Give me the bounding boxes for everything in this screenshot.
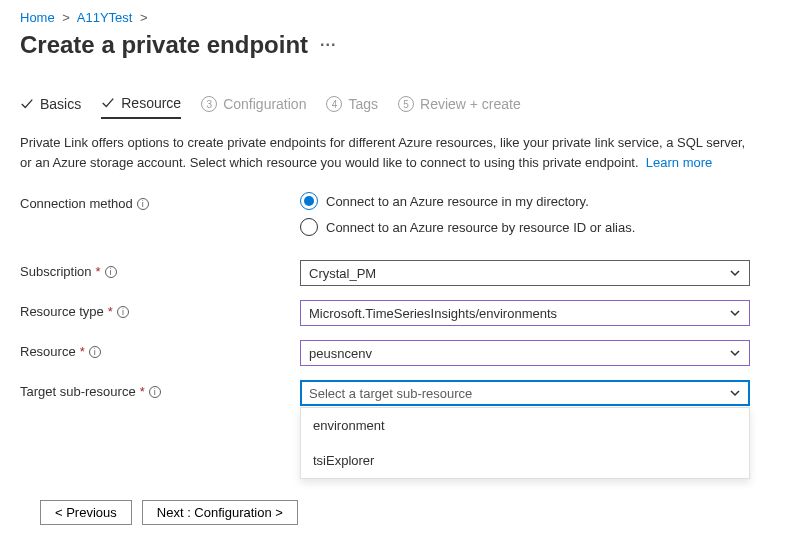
description-text: Private Link offers options to create pr…: [20, 133, 760, 172]
select-value: Microsoft.TimeSeriesInsights/environment…: [309, 306, 729, 321]
chevron-down-icon: [729, 387, 741, 399]
tab-label: Review + create: [420, 96, 521, 112]
connection-method-radio-resourceid[interactable]: Connect to an Azure resource by resource…: [300, 218, 750, 236]
label-text: Target sub-resource: [20, 384, 136, 399]
next-button[interactable]: Next : Configuration >: [142, 500, 298, 525]
info-icon[interactable]: i: [137, 198, 149, 210]
required-indicator: *: [140, 384, 145, 399]
resource-type-select[interactable]: Microsoft.TimeSeriesInsights/environment…: [300, 300, 750, 326]
info-icon[interactable]: i: [89, 346, 101, 358]
label-text: Resource: [20, 344, 76, 359]
learn-more-link[interactable]: Learn more: [646, 155, 712, 170]
breadcrumb-separator: >: [62, 10, 70, 25]
target-sub-resource-dropdown: environment tsiExplorer: [300, 407, 750, 479]
select-value: Crystal_PM: [309, 266, 729, 281]
tab-basics[interactable]: Basics: [20, 90, 81, 118]
dropdown-option-tsiexplorer[interactable]: tsiExplorer: [301, 443, 749, 478]
wizard-footer: < Previous Next : Configuration >: [40, 500, 298, 525]
description-body: Private Link offers options to create pr…: [20, 135, 745, 170]
required-indicator: *: [108, 304, 113, 319]
tab-review-create[interactable]: 5 Review + create: [398, 90, 521, 118]
connection-method-radio-directory[interactable]: Connect to an Azure resource in my direc…: [300, 192, 750, 210]
step-number-icon: 4: [326, 96, 342, 112]
wizard-tabs: Basics Resource 3 Configuration 4 Tags 5…: [20, 89, 771, 119]
breadcrumb: Home > A11YTest >: [20, 10, 771, 25]
tab-resource[interactable]: Resource: [101, 89, 181, 119]
breadcrumb-item[interactable]: A11YTest: [77, 10, 133, 25]
required-indicator: *: [96, 264, 101, 279]
breadcrumb-separator: >: [140, 10, 148, 25]
resource-label: Resource * i: [20, 340, 300, 359]
select-value: peusncenv: [309, 346, 729, 361]
tab-tags[interactable]: 4 Tags: [326, 90, 378, 118]
tab-label: Configuration: [223, 96, 306, 112]
previous-button[interactable]: < Previous: [40, 500, 132, 525]
target-sub-resource-select[interactable]: Select a target sub-resource environment…: [300, 380, 750, 406]
radio-label: Connect to an Azure resource in my direc…: [326, 194, 589, 209]
label-text: Connection method: [20, 196, 133, 211]
step-number-icon: 3: [201, 96, 217, 112]
check-icon: [20, 97, 34, 111]
info-icon[interactable]: i: [105, 266, 117, 278]
subscription-select[interactable]: Crystal_PM: [300, 260, 750, 286]
label-text: Subscription: [20, 264, 92, 279]
connection-method-label: Connection method i: [20, 192, 300, 211]
step-number-icon: 5: [398, 96, 414, 112]
subscription-label: Subscription * i: [20, 260, 300, 279]
required-indicator: *: [80, 344, 85, 359]
more-actions-icon[interactable]: ···: [320, 36, 336, 54]
chevron-down-icon: [729, 267, 741, 279]
label-text: Resource type: [20, 304, 104, 319]
page-title: Create a private endpoint ···: [20, 31, 771, 59]
target-sub-resource-label: Target sub-resource * i: [20, 380, 300, 399]
radio-label: Connect to an Azure resource by resource…: [326, 220, 635, 235]
info-icon[interactable]: i: [149, 386, 161, 398]
page-title-text: Create a private endpoint: [20, 31, 308, 59]
tab-configuration[interactable]: 3 Configuration: [201, 90, 306, 118]
tab-label: Resource: [121, 95, 181, 111]
check-icon: [101, 96, 115, 110]
chevron-down-icon: [729, 307, 741, 319]
tab-label: Tags: [348, 96, 378, 112]
chevron-down-icon: [729, 347, 741, 359]
dropdown-option-environment[interactable]: environment: [301, 408, 749, 443]
radio-icon: [300, 218, 318, 236]
resource-type-label: Resource type * i: [20, 300, 300, 319]
tab-label: Basics: [40, 96, 81, 112]
select-placeholder: Select a target sub-resource: [309, 386, 729, 401]
radio-icon: [300, 192, 318, 210]
info-icon[interactable]: i: [117, 306, 129, 318]
resource-select[interactable]: peusncenv: [300, 340, 750, 366]
breadcrumb-home[interactable]: Home: [20, 10, 55, 25]
